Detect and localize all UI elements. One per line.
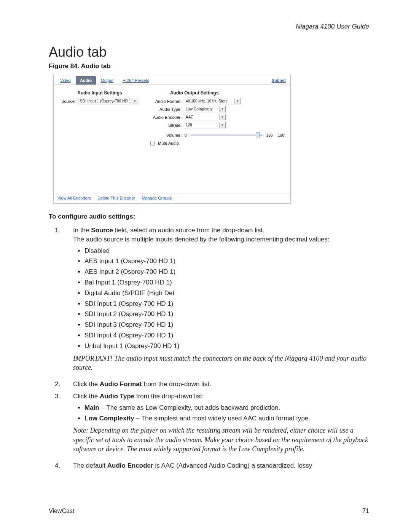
tab-video[interactable]: Video [56,76,75,85]
format-label: Audio Format: [147,99,182,104]
bitrate-dropdown[interactable]: 128 ▼ [184,122,226,128]
chevron-down-icon: ▼ [219,122,225,128]
volume-min: 0 [185,133,187,137]
link-view-all-encoders[interactable]: View All Encoders [57,196,91,200]
step2-bold: Audio Format [100,380,142,388]
step-number: 3. [49,392,73,458]
step-number: 2. [49,380,73,389]
step1-line2: The audio source is multiple inputs deno… [73,235,369,244]
configure-heading: To configure audio settings: [49,213,369,220]
type-value: Low Complexity [186,107,219,111]
chevron-down-icon: ▼ [132,98,138,104]
bitrate-label: Bitrate: [147,123,182,128]
step1-text2: field, select an audio source from the d… [113,227,264,234]
sources-list: Disabled AES Input 1 (Osprey-700 HD 1) A… [73,246,369,351]
type-label: Audio Type: [147,107,182,112]
step1-text: In the [73,227,91,234]
step-number: 1. [49,226,73,377]
tab-bar: Video Audio Output H.264 Presets Submit [54,74,290,85]
mute-label: Mute Audio [158,141,179,145]
step-number: 4. [49,461,73,470]
important-note: IMPORTANT! The audio input must match th… [73,354,369,372]
source-dropdown[interactable]: SDI Input 1 (Osprey-700 HD 1 ▼ [78,98,138,104]
tab-audio[interactable]: Audio [76,76,96,85]
type-dropdown[interactable]: Low Complexity ▼ [184,106,226,112]
format-value: 48.100 kHz, 16 bit, Stere [186,99,234,103]
list-item: Bal Input 1 (Osprey-700 HD 1) [84,278,369,287]
mute-checkbox[interactable] [150,141,155,145]
output-settings-title: Audio Output Settings [147,90,284,96]
step2-text2: from the drop-down list. [142,380,211,388]
step3-text: Click the [73,393,100,400]
slider-thumb-icon[interactable] [256,132,260,138]
list-item: Digital Audio (S/PDIF (High Def [84,289,369,298]
tab-output[interactable]: Output [97,76,118,85]
type-low-text: – The simplest and most widely used AAC … [134,415,310,422]
figure-caption: Figure 84. Audio tab [49,62,369,70]
volume-label: Volume: [147,133,182,137]
step3-text2: from the drop-down list: [134,393,204,400]
step3-bold: Audio Type [100,393,134,400]
step4-text2: is AAC (Advanced Audio Coding) a standar… [153,462,312,469]
list-item: Disabled [84,246,369,256]
type-low-bold: Low Complexity [84,415,134,422]
type-main-text: – The same as Low Complexity, but adds b… [99,404,280,411]
input-settings-title: Audio Input Settings [60,90,140,96]
source-label: Source: [60,99,76,104]
panel-footer: View All Encoders Delete This Encoder Ma… [54,193,290,203]
bitrate-value: 128 [186,123,219,127]
list-item: SDI Input 1 (Osprey-700 HD 1) [84,299,369,308]
encoder-value: AAC [186,115,219,119]
chevron-down-icon: ▼ [219,106,225,112]
step4-text: The default [73,462,107,469]
volume-slider[interactable] [190,134,263,136]
step1-bold: Source [91,227,113,234]
volume-max: 190 [278,133,284,137]
list-item: SDI Input 3 (Osprey-700 HD 1) [84,320,369,329]
format-dropdown[interactable]: 48.100 kHz, 16 bit, Stere ▼ [184,98,241,104]
running-header: Niagara 4100 User Guide [49,23,369,30]
link-manage-groups[interactable]: Manage Groups [142,196,172,200]
list-item: AES Input 1 (Osprey-700 HD 1) [84,257,369,266]
list-item: AES Input 2 (Osprey-700 HD 1) [84,267,369,276]
tab-h264-presets[interactable]: H.264 Presets [118,76,153,85]
chevron-down-icon: ▼ [234,98,241,104]
list-item: Unbal Input 1 (Osprey-700 HD 1) [84,342,369,351]
list-item: SDI Input 4 (Osprey-700 HD 1) [84,331,369,340]
encoder-label: Audio Encoder: [147,115,182,120]
source-value: SDI Input 1 (Osprey-700 HD 1 [80,99,132,103]
volume-near-max: 190 [266,133,273,137]
submit-link[interactable]: Submit [272,78,288,83]
step4-bold: Audio Encoder [107,462,153,469]
encoder-dropdown[interactable]: AAC ▼ [184,114,226,120]
figure-audio-tab: Video Audio Output H.264 Presets Submit … [53,74,291,204]
section-title: Audio tab [49,44,369,60]
type-main-bold: Main [84,404,99,411]
list-item: SDI Input 2 (Osprey-700 HD 1) [84,310,369,319]
footer-page-number: 71 [362,508,369,514]
step2-text: Click the [73,380,100,388]
footer-left: ViewCast [49,508,74,514]
link-delete-this-encoder[interactable]: Delete This Encoder [97,196,135,200]
chevron-down-icon: ▼ [219,114,225,120]
list-item: Low Complexity – The simplest and most w… [84,414,369,423]
list-item: Main – The same as Low Complexity, but a… [84,403,369,412]
note-text: Note: Depending on the player on which t… [73,426,369,454]
